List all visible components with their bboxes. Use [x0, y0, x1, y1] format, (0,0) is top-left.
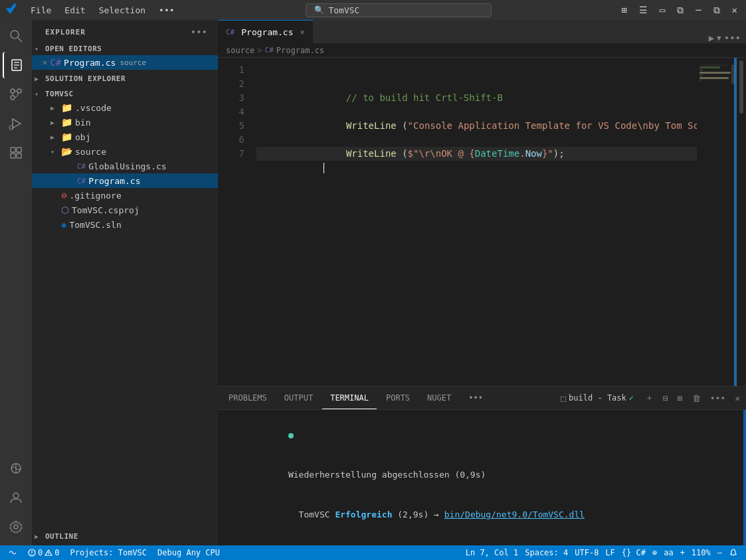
activity-source-control[interactable] — [3, 81, 29, 108]
terminal-tab-nuget[interactable]: NUGET — [419, 387, 459, 409]
status-language[interactable]: {} C# — [619, 548, 648, 557]
terminal-content[interactable]: Wiederherstellung abgeschlossen (0,9s) T… — [218, 410, 746, 545]
terminal-tab-more[interactable]: ••• — [460, 387, 491, 409]
terminal-task-label: ⬚ build - Task ✓ — [555, 393, 639, 403]
panel-toggle-icon[interactable]: ▭ — [656, 3, 668, 17]
terminal-layout-btn[interactable]: ⊞ — [674, 392, 686, 405]
tree-item-program-cs[interactable]: C# Program.cs — [32, 173, 218, 188]
search-box[interactable]: 🔍 TomVSC — [306, 3, 492, 17]
obj-folder-icon: 📁 — [61, 132, 72, 142]
tab-program-cs[interactable]: C# Program.cs ✕ — [218, 20, 313, 43]
terminal-split-btn[interactable]: ⊟ — [660, 392, 672, 405]
status-build-config[interactable]: Debug Any CPU — [155, 545, 223, 560]
breadcrumb-filename[interactable]: Program.cs — [276, 46, 324, 55]
terminal-tab-problems[interactable]: PROBLEMS — [221, 387, 275, 409]
tree-item-bin[interactable]: ▶ 📁 bin — [32, 115, 218, 130]
activity-remote[interactable] — [3, 455, 29, 482]
tree-item-obj[interactable]: ▶ 📁 obj — [32, 130, 218, 144]
menu-more[interactable]: ••• — [153, 4, 179, 17]
activity-account[interactable] — [3, 484, 29, 511]
split-editor-icon[interactable]: ⧉ — [674, 3, 687, 17]
tree-item-vscode[interactable]: ▶ 📁 .vscode — [32, 100, 218, 115]
vertical-scrollbar[interactable] — [737, 58, 746, 386]
solution-explorer-label: SOLUTION EXPLORER — [45, 74, 126, 83]
minimize-btn[interactable]: ─ — [692, 3, 704, 17]
sidebar-toggle-icon[interactable]: ☰ — [636, 3, 651, 17]
menu-file[interactable]: File — [25, 4, 56, 17]
code-editor[interactable]: 1 2 3 4 5 6 7 // to build hit Crtl-Shift… — [218, 58, 746, 386]
status-encoding[interactable]: UTF-8 — [572, 548, 601, 557]
activity-bar — [0, 20, 32, 545]
close-btn[interactable]: ✕ — [729, 3, 741, 17]
status-font[interactable]: aa — [661, 548, 676, 557]
tree-item-gitignore[interactable]: ⊖ .gitignore — [32, 188, 218, 203]
run-btn[interactable]: ▶ — [709, 33, 714, 43]
close-file-icon[interactable]: ✕ — [43, 58, 47, 67]
programcs-icon: C# — [77, 177, 86, 185]
checkmark-icon: ✓ — [629, 393, 634, 403]
csproj-icon: ⬡ — [61, 205, 69, 215]
activity-settings[interactable] — [3, 513, 29, 540]
notifications-icon: ⊕ — [652, 548, 657, 557]
tree-item-sln[interactable]: ◈ TomVSC.sln — [32, 217, 218, 232]
terminal-tabs: PROBLEMS OUTPUT TERMINAL PORTS NUGET •••… — [218, 387, 746, 410]
menu-edit[interactable]: Edit — [59, 4, 90, 17]
status-zoom-out[interactable]: – — [715, 548, 725, 557]
code-content[interactable]: // to build hit Crtl-Shift-B WriteLine (… — [251, 58, 697, 386]
terminal-trash-btn[interactable]: 🗑 — [689, 392, 704, 405]
terminal-add-btn[interactable]: ＋ — [642, 391, 657, 405]
status-line-ending[interactable]: LF — [603, 548, 617, 557]
main-layout: EXPLORER ••• ▾ OPEN EDITORS ✕ C# Program… — [0, 20, 746, 545]
layout-icon[interactable]: ⊞ — [618, 3, 630, 17]
activity-extensions[interactable] — [3, 140, 29, 166]
status-cursor-position[interactable]: Ln 7, Col 1 — [463, 548, 521, 557]
project-expand-icon: ▾ — [35, 90, 45, 98]
status-remote[interactable] — [5, 545, 20, 560]
terminal-tab-ports[interactable]: PORTS — [378, 387, 418, 409]
terminal-more-btn[interactable]: ••• — [707, 392, 729, 405]
terminal-line-4 — [226, 535, 738, 545]
open-editors-header[interactable]: ▾ OPEN EDITORS — [32, 43, 218, 55]
tab-close-icon[interactable]: ✕ — [300, 27, 305, 37]
project-label: Projects: TomVSC — [70, 548, 147, 557]
editor-area: C# Program.cs ✕ ▶ ▼ ••• source > C# Prog… — [218, 20, 746, 545]
tree-item-csproj[interactable]: ⬡ TomVSC.csproj — [32, 203, 218, 217]
run-dropdown-btn[interactable]: ▼ — [717, 34, 721, 43]
code-line-4: WriteLine ("Console Application Template… — [256, 105, 697, 119]
status-zoom-in[interactable]: + — [678, 548, 688, 557]
line-ending-text: LF — [605, 548, 614, 557]
status-bell[interactable] — [726, 548, 741, 557]
project-header[interactable]: ▾ TOMVSC — [32, 88, 218, 100]
open-editor-program-cs[interactable]: ✕ C# Program.cs source — [32, 55, 218, 70]
editor-more-btn[interactable]: ••• — [724, 33, 741, 43]
activity-search[interactable] — [3, 23, 29, 49]
sidebar-more-btn[interactable]: ••• — [188, 25, 210, 39]
status-errors[interactable]: 0 0 — [25, 545, 62, 560]
outline-header[interactable]: ▶ OUTLINE — [32, 530, 218, 543]
scrollbar-thumb[interactable] — [739, 60, 743, 114]
obj-folder-expand: ▶ — [50, 134, 61, 141]
menu-selection[interactable]: Selection — [94, 4, 151, 17]
breadcrumb-source[interactable]: source — [226, 46, 254, 55]
task-name: build - Task — [569, 393, 626, 403]
svg-point-0 — [11, 31, 19, 39]
maximize-btn[interactable]: ⧉ — [710, 3, 723, 17]
tree-item-source[interactable]: ▾ 📂 source — [32, 144, 218, 159]
terminal-tab-terminal[interactable]: TERMINAL — [322, 387, 377, 409]
breadcrumb-sep1: > — [257, 46, 262, 55]
tree-item-globalusings[interactable]: C# GlobalUsings.cs — [32, 159, 218, 173]
status-notifications[interactable]: ⊕ — [650, 548, 660, 557]
solution-explorer-header[interactable]: ▶ SOLUTION EXPLORER — [32, 72, 218, 85]
status-zoom-level[interactable]: 110% — [689, 548, 713, 557]
cursor-position-text: Ln 7, Col 1 — [466, 548, 518, 557]
activity-explorer[interactable] — [3, 52, 29, 78]
zoom-level-text: 110% — [692, 548, 711, 557]
titlebar: File Edit Selection ••• 🔍 TomVSC ⊞ ☰ ▭ ⧉… — [0, 0, 746, 20]
terminal-tab-output[interactable]: OUTPUT — [276, 387, 321, 409]
activity-run-debug[interactable] — [3, 110, 29, 137]
status-project[interactable]: Projects: TomVSC — [67, 545, 149, 560]
outline-section: ▶ OUTLINE — [32, 527, 218, 545]
terminal-close-btn[interactable]: ✕ — [731, 392, 743, 405]
status-spaces[interactable]: Spaces: 4 — [522, 548, 571, 557]
source-label: source — [75, 147, 106, 157]
